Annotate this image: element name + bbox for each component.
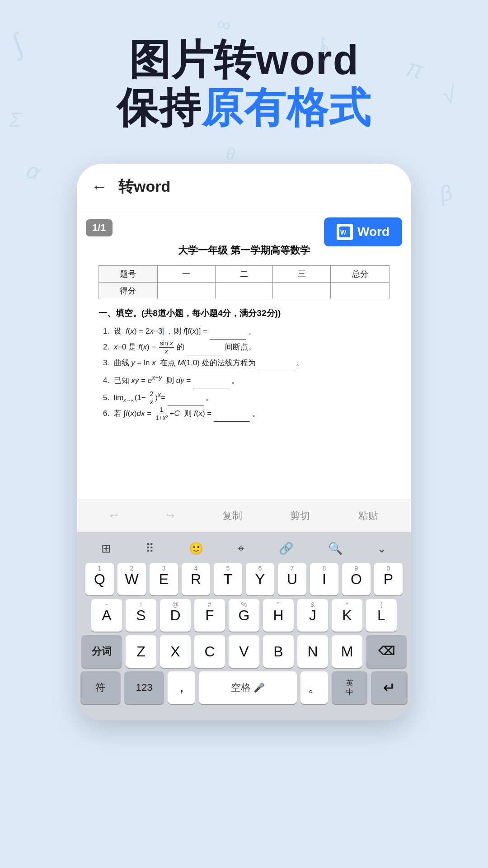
key-j[interactable]: &J	[297, 599, 328, 632]
key-e[interactable]: 3E	[150, 563, 178, 595]
key-row-bottom: 符 123 ， 空格 🎤 。 英中 ↵	[80, 671, 408, 704]
cursor-icon[interactable]: ⌖	[234, 540, 248, 557]
fenci-button[interactable]: 分词	[81, 635, 122, 668]
table-header-4: 总分	[331, 265, 389, 282]
key-x[interactable]: X	[160, 635, 191, 668]
table-header-3: 三	[273, 265, 331, 282]
key-s[interactable]: !S	[126, 599, 156, 632]
table-header-1: 一	[157, 265, 215, 282]
chevron-down-icon[interactable]: ⌄	[373, 540, 390, 557]
key-row-2: -A !S @D #F %G "H &J *K (L	[80, 599, 408, 632]
question-2: 2. x=0 是 f(x) = sin xx 的 间断点。	[99, 340, 389, 355]
keyboard-top-row: ⊞ ⠿ 🙂 ⌖ 🔗 🔍 ⌄	[77, 536, 411, 561]
table-row2-4	[331, 282, 389, 299]
dots-icon[interactable]: ⠿	[142, 540, 158, 557]
key-p[interactable]: 0P	[374, 563, 403, 595]
question-3: 3. 曲线 y = ln x 在点 M(1,0) 处的法线方程为 。	[99, 355, 389, 371]
key-l[interactable]: (L	[366, 599, 397, 632]
page-indicator: 1/1	[86, 219, 113, 236]
period-key[interactable]: 。	[300, 671, 328, 704]
content-area: 1/1 W Word 大学一年级 第一学期高等数学 题号 一 二 三	[77, 210, 411, 500]
key-d[interactable]: @D	[160, 599, 191, 632]
key-n[interactable]: N	[297, 635, 328, 668]
paste-button[interactable]: 粘贴	[354, 507, 383, 524]
keyboard-keys: 1Q 2W 3E 4R 5T 6Y 7U 8I 9O 0P -A !S @D #…	[77, 561, 411, 709]
key-y[interactable]: 6Y	[246, 563, 274, 595]
question-4: 4. 已知 xy = ex+y 则 dy = 。	[99, 371, 389, 389]
link-icon[interactable]: 🔗	[275, 540, 297, 557]
enter-key[interactable]: ↵	[371, 671, 408, 704]
space-key[interactable]: 空格 🎤	[199, 671, 297, 704]
fu-button[interactable]: 符	[80, 671, 121, 704]
header-line1: 图片转word	[27, 36, 461, 84]
keyboard-bottom-bar	[77, 709, 411, 720]
key-a[interactable]: -A	[91, 599, 122, 632]
copy-button[interactable]: 复制	[218, 507, 247, 524]
table-row2-3	[273, 282, 331, 299]
cut-button[interactable]: 剪切	[286, 507, 314, 524]
table-row2-1	[157, 282, 215, 299]
table-header-0: 题号	[99, 265, 158, 282]
key-f[interactable]: #F	[194, 599, 225, 632]
word-icon: W	[337, 224, 353, 240]
key-m[interactable]: M	[332, 635, 362, 668]
undo-button[interactable]: ↩	[105, 508, 122, 524]
backspace-button[interactable]: ⌫	[366, 635, 407, 668]
key-k[interactable]: *K	[332, 599, 362, 632]
redo-button[interactable]: ↪	[162, 508, 179, 524]
app-bar-title: 转word	[118, 176, 170, 197]
section-title: 一、填空。(共8道小题，每小题4分，满分32分))	[99, 307, 389, 319]
header-line2-blue: 原有格式	[202, 85, 371, 131]
key-row-1: 1Q 2W 3E 4R 5T 6Y 7U 8I 9O 0P	[80, 563, 408, 595]
keyboard: ⊞ ⠿ 🙂 ⌖ 🔗 🔍 ⌄ 1Q 2W 3E 4R 5T 6Y 7U 8I 9O…	[77, 532, 411, 720]
header-section: 图片转word 保持原有格式	[0, 0, 488, 150]
question-1: 1. 设 f(x) = 2x−3 ，则 f[f(x)] = 。	[99, 324, 389, 340]
table-header-2: 二	[215, 265, 273, 282]
back-button[interactable]: ←	[91, 177, 108, 196]
app-bar: ← 转word	[77, 164, 411, 210]
mic-icon: 🎤	[253, 682, 265, 693]
space-label: 空格	[231, 681, 251, 694]
header-line2: 保持原有格式	[27, 84, 461, 132]
key-c[interactable]: C	[194, 635, 225, 668]
key-i[interactable]: 8I	[310, 563, 338, 595]
header-line2-prefix: 保持	[117, 85, 202, 131]
emoji-icon[interactable]: 🙂	[185, 540, 207, 557]
question-5: 5. limx→∞(1− 2x)x= 。	[99, 388, 389, 406]
num-button[interactable]: 123	[124, 671, 164, 704]
phone-mockup: ← 转word 1/1 W Word 大学一年级 第一学期高等数学 题号 一	[77, 164, 411, 720]
key-h[interactable]: "H	[263, 599, 294, 632]
key-o[interactable]: 9O	[342, 563, 371, 595]
key-v[interactable]: V	[229, 635, 259, 668]
key-q[interactable]: 1Q	[85, 563, 114, 595]
word-button-label: Word	[357, 225, 389, 239]
question-6: 6. 若 ∫f(x)dx = 11+x²+C 则 f(x) = 。	[99, 406, 389, 422]
word-export-button[interactable]: W Word	[324, 217, 402, 246]
score-table: 题号 一 二 三 总分 得分	[99, 265, 389, 299]
table-row2-2	[215, 282, 273, 299]
key-r[interactable]: 4R	[182, 563, 210, 595]
table-row2-0: 得分	[99, 282, 158, 299]
svg-text:W: W	[340, 229, 347, 236]
en-zh-switch[interactable]: 英中	[332, 671, 367, 704]
key-z[interactable]: Z	[126, 635, 156, 668]
key-u[interactable]: 7U	[278, 563, 306, 595]
key-w[interactable]: 2W	[117, 563, 146, 595]
edit-toolbar: ↩ ↪ 复制 剪切 粘贴	[77, 500, 411, 532]
grid-icon[interactable]: ⊞	[98, 540, 115, 557]
document-content: 大学一年级 第一学期高等数学 题号 一 二 三 总分 得分	[89, 221, 399, 431]
key-g[interactable]: %G	[229, 599, 259, 632]
comma-key[interactable]: ，	[168, 671, 195, 704]
search-icon[interactable]: 🔍	[324, 540, 346, 557]
key-t[interactable]: 5T	[214, 563, 242, 595]
key-row-3: 分词 Z X C V B N M ⌫	[80, 635, 408, 668]
key-b[interactable]: B	[263, 635, 294, 668]
